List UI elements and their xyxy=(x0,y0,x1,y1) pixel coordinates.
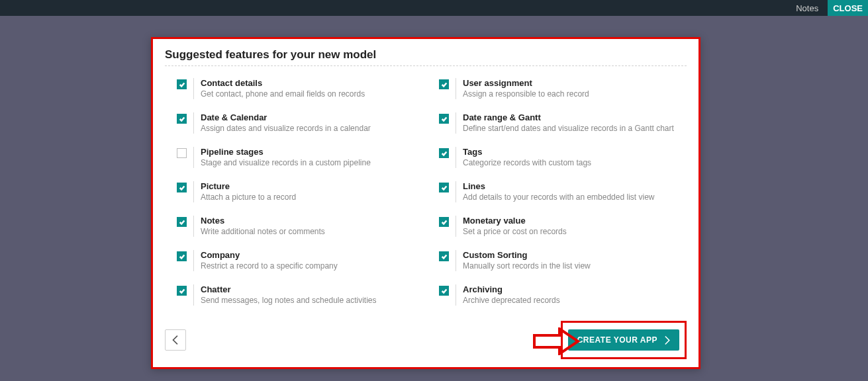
feature-title: Lines xyxy=(463,181,654,191)
feature-row: TagsCategorize records with custom tags xyxy=(439,147,675,168)
feature-row: LinesAdd details to your records with an… xyxy=(439,181,675,202)
feature-row: PictureAttach a picture to a record xyxy=(177,181,412,202)
feature-text: User assignmentAssign a responsible to e… xyxy=(463,78,589,99)
feature-title: Custom Sorting xyxy=(463,250,591,260)
feature-row: CompanyRestrict a record to a specific c… xyxy=(177,250,412,271)
divider xyxy=(193,112,194,134)
feature-title: Chatter xyxy=(201,284,377,294)
feature-text: ChatterSend messages, log notes and sche… xyxy=(201,284,377,305)
divider xyxy=(456,250,456,271)
feature-description: Get contact, phone and email fields on r… xyxy=(201,89,365,99)
feature-row: Date & CalendarAssign dates and visualiz… xyxy=(177,112,412,134)
feature-row: User assignmentAssign a responsible to e… xyxy=(439,78,675,99)
divider xyxy=(456,284,456,306)
dialog-title: Suggested features for your new model xyxy=(165,48,687,66)
feature-description: Restrict a record to a specific company xyxy=(201,261,338,271)
feature-text: PictureAttach a picture to a record xyxy=(201,181,296,202)
feature-text: LinesAdd details to your records with an… xyxy=(463,181,654,202)
feature-text: Monetary valueSet a price or cost on rec… xyxy=(463,216,567,236)
chevron-left-icon xyxy=(172,335,179,345)
feature-checkbox[interactable] xyxy=(177,183,187,192)
feature-checkbox[interactable] xyxy=(439,114,449,124)
back-button[interactable] xyxy=(165,329,186,351)
divider xyxy=(193,78,194,99)
feature-description: Stage and visualize records in a custom … xyxy=(201,158,371,167)
feature-title: Monetary value xyxy=(463,216,567,226)
feature-title: Notes xyxy=(201,216,325,226)
feature-title: Archiving xyxy=(463,284,560,294)
feature-description: Send messages, log notes and schedule ac… xyxy=(201,296,377,305)
feature-title: Date & Calendar xyxy=(201,112,371,122)
feature-description: Archive deprecated records xyxy=(463,296,560,305)
feature-title: Company xyxy=(201,250,338,260)
feature-description: Write additional notes or comments xyxy=(201,227,325,236)
feature-description: Assign dates and visualize records in a … xyxy=(201,124,371,133)
feature-title: Picture xyxy=(201,181,296,191)
feature-checkbox[interactable] xyxy=(439,251,449,261)
annotation-arrow xyxy=(533,327,581,358)
feature-title: Pipeline stages xyxy=(201,147,371,157)
feature-checkbox[interactable] xyxy=(439,79,449,89)
feature-title: Contact details xyxy=(201,78,365,88)
feature-checkbox[interactable] xyxy=(177,79,187,89)
feature-text: Date & CalendarAssign dates and visualiz… xyxy=(201,112,371,133)
feature-description: Categorize records with custom tags xyxy=(463,158,591,167)
feature-text: Date range & GanttDefine start/end dates… xyxy=(463,112,674,133)
feature-text: Custom SortingManually sort records in t… xyxy=(463,250,591,271)
feature-text: CompanyRestrict a record to a specific c… xyxy=(201,250,338,271)
feature-checkbox[interactable] xyxy=(177,251,187,261)
features-grid: Contact detailsGet contact, phone and em… xyxy=(165,78,687,319)
features-column-left: Contact detailsGet contact, phone and em… xyxy=(177,78,412,319)
feature-row: Date range & GanttDefine start/end dates… xyxy=(439,112,675,134)
feature-text: Contact detailsGet contact, phone and em… xyxy=(201,78,365,99)
divider xyxy=(193,147,194,168)
features-dialog: Suggested features for your new model Co… xyxy=(151,37,700,369)
divider xyxy=(456,78,456,99)
feature-text: Pipeline stagesStage and visualize recor… xyxy=(201,147,371,167)
feature-description: Define start/end dates and visualize rec… xyxy=(463,124,674,133)
feature-checkbox[interactable] xyxy=(177,217,187,227)
feature-text: ArchivingArchive deprecated records xyxy=(463,284,560,305)
feature-text: TagsCategorize records with custom tags xyxy=(463,147,591,167)
notes-link[interactable]: Notes xyxy=(787,3,828,13)
divider xyxy=(193,250,194,271)
feature-checkbox[interactable] xyxy=(177,148,187,158)
feature-checkbox[interactable] xyxy=(439,286,449,296)
feature-row: Custom SortingManually sort records in t… xyxy=(439,250,675,271)
feature-checkbox[interactable] xyxy=(439,148,449,158)
dialog-footer: CREATE YOUR APP xyxy=(165,321,687,359)
feature-description: Add details to your records with an embe… xyxy=(463,192,654,202)
feature-row: Contact detailsGet contact, phone and em… xyxy=(177,78,412,99)
feature-description: Set a price or cost on records xyxy=(463,227,567,236)
feature-description: Manually sort records in the list view xyxy=(463,261,591,271)
divider xyxy=(193,284,194,306)
feature-checkbox[interactable] xyxy=(439,217,449,227)
feature-row: Pipeline stagesStage and visualize recor… xyxy=(177,147,412,168)
create-app-button[interactable]: CREATE YOUR APP xyxy=(568,329,679,351)
feature-row: ArchivingArchive deprecated records xyxy=(439,284,675,306)
feature-description: Attach a picture to a record xyxy=(201,192,296,202)
create-app-label: CREATE YOUR APP xyxy=(577,335,657,345)
feature-text: NotesWrite additional notes or comments xyxy=(201,216,325,236)
feature-title: Tags xyxy=(463,147,591,157)
feature-description: Assign a responsible to each record xyxy=(463,89,589,99)
divider xyxy=(456,216,456,237)
close-button[interactable]: CLOSE xyxy=(828,0,868,16)
divider xyxy=(193,216,194,237)
feature-row: NotesWrite additional notes or comments xyxy=(177,216,412,237)
feature-checkbox[interactable] xyxy=(439,183,449,192)
feature-checkbox[interactable] xyxy=(177,286,187,296)
feature-row: Monetary valueSet a price or cost on rec… xyxy=(439,216,675,237)
feature-row: ChatterSend messages, log notes and sche… xyxy=(177,284,412,306)
divider xyxy=(456,147,456,168)
top-bar: Notes CLOSE xyxy=(0,0,868,16)
divider xyxy=(456,112,456,134)
feature-title: Date range & Gantt xyxy=(463,112,674,122)
feature-title: User assignment xyxy=(463,78,589,88)
chevron-right-icon xyxy=(664,336,670,345)
divider xyxy=(456,181,456,202)
features-column-right: User assignmentAssign a responsible to e… xyxy=(439,78,675,319)
feature-checkbox[interactable] xyxy=(177,114,187,124)
divider xyxy=(193,181,194,202)
